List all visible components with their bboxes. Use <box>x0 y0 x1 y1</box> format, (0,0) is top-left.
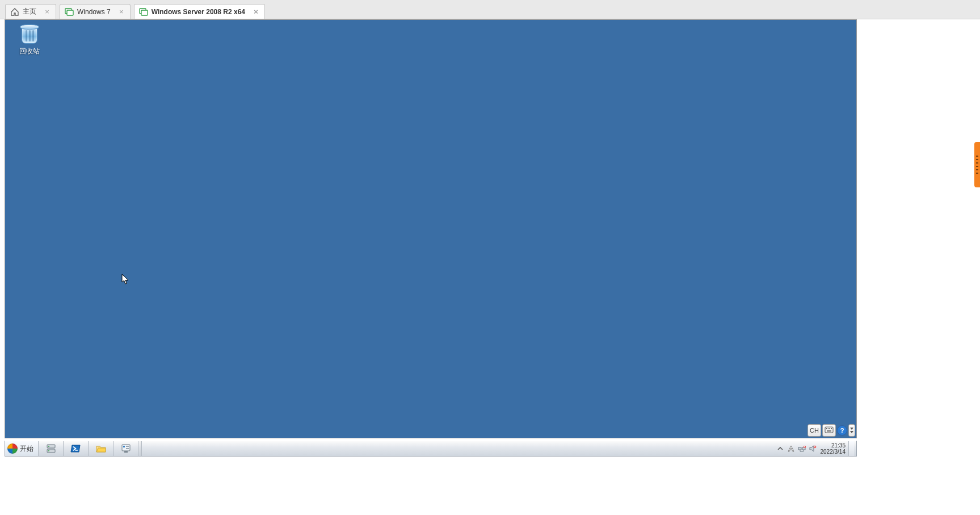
svg-rect-14 <box>122 445 130 451</box>
ime-options-button[interactable] <box>848 424 855 437</box>
drag-grip-icon <box>976 156 978 174</box>
server-manager-icon <box>45 443 57 454</box>
vm-icon <box>139 7 148 16</box>
quick-launch-system-config[interactable] <box>113 441 138 456</box>
close-icon[interactable]: × <box>43 8 51 16</box>
network-icon[interactable] <box>797 443 807 454</box>
tray-clock[interactable]: 21:35 2022/3/14 <box>818 442 848 455</box>
quick-launch-powershell[interactable] <box>64 441 89 456</box>
tray-time: 21:35 <box>831 442 846 449</box>
vm-tab-home[interactable]: 主页 × <box>5 4 56 19</box>
vm-sidepanel-handle[interactable] <box>974 142 980 187</box>
vm-tab-label: Windows Server 2008 R2 x64 <box>152 8 245 16</box>
svg-point-11 <box>48 446 49 447</box>
desktop-icon-label: 回收站 <box>19 47 40 56</box>
chevron-down-icon <box>850 428 853 430</box>
svg-rect-17 <box>126 446 129 447</box>
svg-rect-3 <box>141 10 148 15</box>
ime-pad-button[interactable] <box>822 424 836 437</box>
svg-rect-7 <box>831 428 832 429</box>
svg-rect-4 <box>825 427 833 433</box>
show-desktop-button[interactable] <box>848 441 854 456</box>
folder-icon <box>95 443 107 454</box>
svg-rect-19 <box>798 447 801 450</box>
vm-tab-label: Windows 7 <box>77 8 111 16</box>
powershell-icon <box>70 443 82 454</box>
svg-rect-8 <box>827 430 831 432</box>
vm-tab-win7[interactable]: Windows 7 × <box>60 4 131 19</box>
home-icon <box>10 7 19 16</box>
chevron-down-icon <box>850 431 853 433</box>
desktop-icon-recycle-bin[interactable]: 回收站 <box>10 23 49 56</box>
ime-indicator-button[interactable]: CH <box>807 424 821 437</box>
svg-rect-6 <box>828 428 830 429</box>
vm-icon <box>65 7 74 16</box>
svg-rect-5 <box>826 428 827 429</box>
action-center-icon[interactable] <box>786 443 796 454</box>
windows-logo-icon <box>7 443 18 454</box>
vm-tab-winserver2008[interactable]: Windows Server 2008 R2 x64 × <box>134 4 265 19</box>
svg-rect-1 <box>67 10 73 15</box>
close-icon[interactable]: × <box>117 8 125 16</box>
svg-rect-16 <box>123 446 125 447</box>
quick-launch <box>39 441 142 456</box>
guest-cursor-icon <box>121 274 129 285</box>
tray-customize-icon[interactable] <box>775 443 785 454</box>
close-icon[interactable]: × <box>252 8 260 16</box>
vm-host-tabstrip: 主页 × Windows 7 × Windows Server 2008 R2 … <box>0 0 980 19</box>
svg-rect-15 <box>124 451 128 453</box>
language-bar: CH ? <box>807 424 855 437</box>
quick-launch-server-manager[interactable] <box>39 441 64 456</box>
guest-desktop[interactable]: 回收站 CH ? <box>5 19 857 438</box>
svg-rect-18 <box>126 448 129 449</box>
recycle-bin-icon <box>20 23 39 45</box>
tray-date: 2022/3/14 <box>821 449 846 455</box>
vm-tab-label: 主页 <box>23 7 36 16</box>
help-icon: ? <box>840 427 844 434</box>
quick-launch-explorer[interactable] <box>89 441 113 456</box>
svg-point-12 <box>48 450 49 451</box>
start-button[interactable]: 开始 <box>5 441 39 456</box>
system-tray: 21:35 2022/3/14 <box>775 441 857 456</box>
ime-help-button[interactable]: ? <box>837 425 847 436</box>
volume-icon[interactable] <box>807 443 818 454</box>
system-config-icon <box>120 443 132 454</box>
guest-taskbar: 开始 <box>5 441 857 457</box>
quick-launch-separator <box>138 441 142 456</box>
start-label: 开始 <box>20 444 33 454</box>
keyboard-icon <box>825 426 834 434</box>
ime-label: CH <box>810 427 819 434</box>
